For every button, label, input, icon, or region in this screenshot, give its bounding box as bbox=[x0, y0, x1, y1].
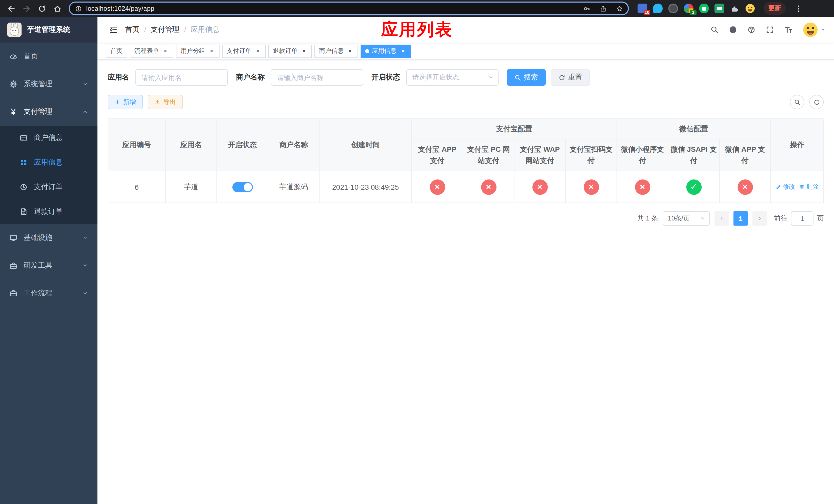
app-name-input[interactable] bbox=[135, 69, 228, 86]
browser-update-button[interactable]: 更新 bbox=[764, 2, 786, 15]
alipay-wap-status-icon: × bbox=[532, 179, 548, 194]
col-created: 创建时间 bbox=[319, 119, 412, 171]
tab-merchant-info[interactable]: 商户信息 bbox=[314, 44, 358, 58]
dashboard-icon bbox=[9, 52, 18, 61]
tab-user-group[interactable]: 用户分组 bbox=[176, 44, 220, 58]
next-page-button[interactable] bbox=[752, 211, 767, 226]
chevron-down-icon bbox=[82, 262, 88, 269]
tab-close-icon[interactable] bbox=[300, 47, 307, 54]
browser-profile-avatar[interactable] bbox=[745, 4, 755, 13]
col-wechat-app: 微信 APP 支付 bbox=[719, 139, 771, 171]
tab-close-icon[interactable] bbox=[399, 47, 406, 54]
extension-icon-5[interactable] bbox=[699, 4, 709, 13]
browser-window: localhost:1024/pay/app 10 1 bbox=[0, 0, 834, 504]
sidebar-item-system-mgmt[interactable]: 系统管理 bbox=[0, 70, 97, 98]
sidebar-toggle-button[interactable] bbox=[105, 21, 122, 39]
toggle-search-button[interactable] bbox=[790, 95, 804, 109]
tab-close-icon[interactable] bbox=[161, 47, 169, 54]
breadcrumb-home[interactable]: 首页 bbox=[125, 25, 139, 35]
tab-pay-order[interactable]: 支付订单 bbox=[222, 44, 266, 58]
github-icon[interactable] bbox=[725, 22, 741, 38]
tab-app-info[interactable]: 应用信息 bbox=[360, 44, 411, 58]
goto-unit: 页 bbox=[817, 214, 824, 223]
extension-icon-2[interactable] bbox=[653, 4, 663, 13]
briefcase-icon bbox=[9, 289, 18, 297]
col-group-alipay: 支付宝配置 bbox=[412, 119, 617, 139]
share-icon[interactable] bbox=[597, 2, 609, 15]
sidebar-item-dev-tools[interactable]: 研发工具 bbox=[0, 252, 97, 279]
sidebar-item-workflow[interactable]: 工作流程 bbox=[0, 279, 97, 307]
tab-refund-order[interactable]: 退款订单 bbox=[268, 44, 312, 58]
delete-button[interactable]: 删除 bbox=[799, 183, 819, 191]
tab-home[interactable]: 首页 bbox=[106, 44, 127, 58]
sidebar-item-home[interactable]: 首页 bbox=[0, 43, 97, 70]
sidebar: 芋道管理系统 首页 系统管理 支付管理 bbox=[0, 17, 97, 504]
cell-app-name: 芋道 bbox=[166, 171, 217, 203]
bookmark-star-icon[interactable] bbox=[613, 2, 626, 15]
alipay-app-status-icon: × bbox=[430, 179, 445, 194]
extensions-puzzle-icon[interactable] bbox=[730, 4, 740, 13]
address-bar[interactable]: localhost:1024/pay/app bbox=[69, 2, 629, 15]
merchant-name-input[interactable] bbox=[271, 69, 363, 86]
chevron-down-icon bbox=[82, 290, 88, 296]
sidebar-item-refund-order[interactable]: 退款订单 bbox=[0, 200, 97, 224]
font-size-icon[interactable] bbox=[780, 22, 796, 38]
sidebar-item-infra[interactable]: 基础设施 bbox=[0, 224, 97, 252]
tab-close-icon[interactable] bbox=[346, 47, 353, 54]
page-size-select[interactable]: 10条/页 bbox=[663, 211, 710, 226]
fullscreen-icon[interactable] bbox=[762, 22, 778, 38]
browser-menu-icon[interactable] bbox=[791, 2, 805, 15]
header-search-icon[interactable] bbox=[706, 22, 723, 38]
reset-button[interactable]: 重置 bbox=[551, 69, 590, 86]
extension-icon-6[interactable] bbox=[715, 4, 724, 13]
sidebar-item-payment-mgmt[interactable]: 支付管理 bbox=[0, 98, 97, 125]
yen-icon bbox=[9, 108, 18, 116]
breadcrumb-section[interactable]: 支付管理 bbox=[151, 25, 179, 35]
edit-button[interactable]: 修改 bbox=[775, 183, 795, 191]
sidebar-item-merchant-info[interactable]: 商户信息 bbox=[0, 125, 97, 150]
export-button[interactable]: 导出 bbox=[148, 95, 182, 109]
status-select[interactable]: 请选择开启状态 bbox=[406, 69, 499, 86]
main-area: 首页 / 支付管理 / 应用信息 应用列表 bbox=[97, 17, 834, 504]
chevron-down-icon bbox=[82, 235, 88, 241]
wechat-app-status-icon: × bbox=[737, 179, 753, 194]
cell-created: 2021-10-23 08:49:25 bbox=[319, 171, 412, 203]
goto-label: 前往 bbox=[774, 214, 787, 223]
add-button[interactable]: 新增 bbox=[108, 95, 142, 109]
extension-icon-3[interactable] bbox=[668, 4, 678, 13]
sidebar-item-app-info[interactable]: 应用信息 bbox=[0, 150, 97, 175]
password-key-icon[interactable] bbox=[580, 2, 593, 15]
prev-page-button[interactable] bbox=[715, 211, 729, 226]
chevron-down-icon bbox=[700, 215, 706, 222]
page-number-button[interactable]: 1 bbox=[733, 211, 748, 226]
page-content: 应用名 商户名称 开启状态 请选择开启状态 bbox=[97, 60, 834, 504]
sidebar-item-pay-order[interactable]: 支付订单 bbox=[0, 175, 97, 200]
search-button[interactable]: 搜索 bbox=[507, 69, 546, 86]
col-alipay-pc: 支付宝 PC 网站支付 bbox=[463, 139, 514, 171]
tab-process-form[interactable]: 流程表单 bbox=[130, 44, 173, 58]
monitor-icon bbox=[9, 234, 18, 242]
col-merchant: 商户名称 bbox=[268, 119, 319, 171]
help-icon[interactable] bbox=[743, 22, 760, 38]
site-info-icon[interactable] bbox=[75, 5, 82, 12]
document-icon bbox=[20, 208, 28, 216]
app-logo[interactable]: 芋道管理系统 bbox=[0, 17, 97, 43]
col-alipay-wap: 支付宝 WAP 网站支付 bbox=[514, 139, 566, 171]
goto-page-input[interactable] bbox=[791, 211, 813, 226]
sidebar-menu: 首页 系统管理 支付管理 商户信息 bbox=[0, 43, 97, 307]
tab-close-icon[interactable] bbox=[208, 47, 215, 54]
user-avatar-menu[interactable] bbox=[803, 22, 826, 38]
browser-home-button[interactable] bbox=[50, 2, 64, 15]
browser-extensions: 10 1 更新 bbox=[638, 2, 805, 15]
browser-forward-button[interactable] bbox=[20, 2, 33, 15]
refresh-table-button[interactable] bbox=[809, 95, 824, 109]
status-switch[interactable] bbox=[232, 182, 253, 192]
chevron-up-icon bbox=[82, 109, 88, 115]
extension-icon-4[interactable]: 1 bbox=[684, 4, 694, 13]
browser-back-button[interactable] bbox=[4, 2, 18, 15]
extension-icon-1[interactable]: 10 bbox=[638, 4, 647, 13]
navbar-tools bbox=[706, 22, 827, 38]
credit-card-icon bbox=[20, 134, 28, 142]
tab-close-icon[interactable] bbox=[254, 47, 261, 54]
browser-reload-button[interactable] bbox=[35, 2, 49, 15]
